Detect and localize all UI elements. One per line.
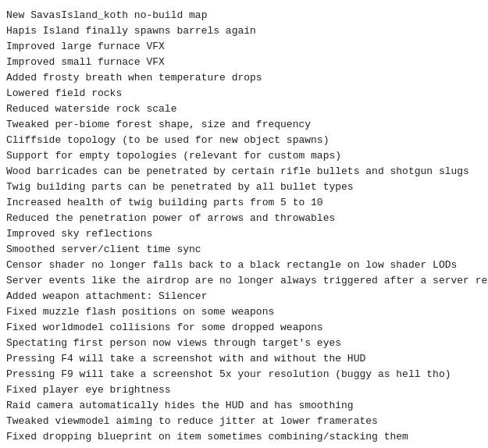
list-item: Pressing F9 will take a screenshot 5x yo… bbox=[6, 367, 482, 382]
list-item: Spectating first person now views throug… bbox=[6, 336, 482, 351]
list-item: Support for empty topologies (relevant f… bbox=[6, 148, 482, 164]
list-item: Tweaked per-biome forest shape, size and… bbox=[6, 117, 482, 133]
list-item: Raid camera automatically hides the HUD … bbox=[6, 398, 482, 414]
list-item: Lowered field rocks bbox=[6, 86, 482, 101]
list-item: Reduced the penetration power of arrows … bbox=[6, 211, 482, 226]
list-item: Fixed worldmodel collisions for some dro… bbox=[6, 320, 482, 336]
list-item: Fixed player eye brightness bbox=[6, 382, 482, 398]
list-item: Reduced waterside rock scale bbox=[6, 101, 482, 117]
list-item: Tweaked viewmodel aiming to reduce jitte… bbox=[6, 414, 482, 429]
list-item: Wood barricades can be penetrated by cer… bbox=[6, 164, 482, 180]
list-item: Improved small furnace VFX bbox=[6, 55, 482, 70]
list-item: Added weapon attachment: Silencer bbox=[6, 289, 482, 304]
main-content: New SavasIsland_koth no-build mapHapis I… bbox=[0, 0, 488, 448]
list-item: Improved large furnace VFX bbox=[6, 39, 482, 55]
list-item: Twig building parts can be penetrated by… bbox=[6, 180, 482, 195]
list-item: Server events like the airdrop are no lo… bbox=[6, 273, 482, 289]
list-item: Improved sky reflections bbox=[6, 226, 482, 242]
list-item: New SavasIsland_koth no-build map bbox=[6, 8, 482, 23]
list-item: Smoothed server/client time sync bbox=[6, 242, 482, 258]
list-item: Added frosty breath when temperature dro… bbox=[6, 70, 482, 86]
list-item: Cliffside topology (to be used for new o… bbox=[6, 133, 482, 148]
list-item: Pressing F4 will take a screenshot with … bbox=[6, 351, 482, 367]
list-item: Hapis Island finally spawns barrels agai… bbox=[6, 23, 482, 39]
list-item: Fixed muzzle flash positions on some wea… bbox=[6, 304, 482, 320]
list-item: Fixed dropping blueprint on item sometim… bbox=[6, 429, 482, 445]
list-item: Increased health of twig building parts … bbox=[6, 195, 482, 211]
list-item: Censor shader no longer falls back to a … bbox=[6, 258, 482, 273]
